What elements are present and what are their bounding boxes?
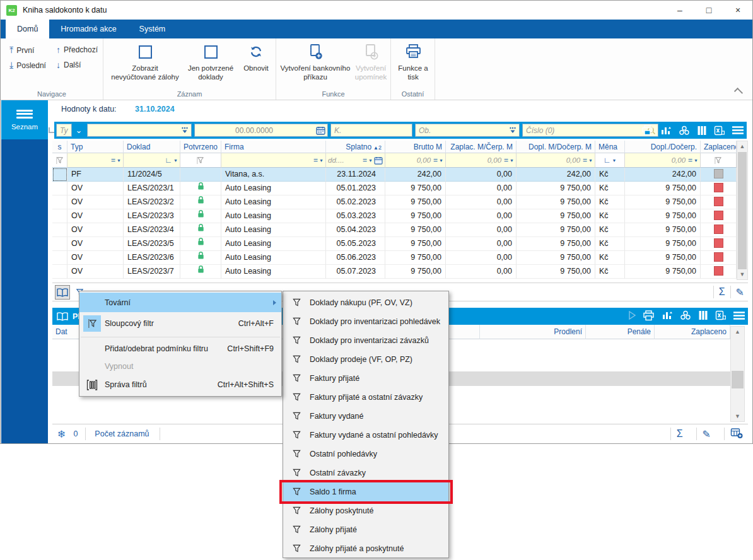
grid-menu-icon[interactable] — [733, 311, 745, 322]
show-unsettled-advances-button[interactable]: Zobrazit nevyúčtované zálohy — [110, 42, 180, 82]
sum-icon[interactable]: Σ — [677, 428, 683, 440]
cell-zaplaceno[interactable] — [701, 195, 737, 209]
cell-splatno[interactable]: 23.11.2024 — [326, 168, 385, 182]
cell-zaplaceno[interactable] — [701, 265, 737, 279]
functions-print-button[interactable]: Funkce a tisk — [393, 42, 433, 82]
cell-firma[interactable]: Auto Leasing — [221, 209, 326, 223]
cell-dopl-m[interactable]: 9 750,00 — [517, 265, 595, 279]
cell-firma[interactable]: Vitana, a.s. — [221, 168, 326, 182]
scrollbar-thumb[interactable] — [732, 371, 744, 388]
only-confirmed-docs-button[interactable]: Jen potvrzené doklady — [182, 42, 240, 82]
cell-potvrzeno[interactable] — [180, 265, 221, 279]
submenu-item-faktury-p-ijat-a-ostatn-z-vazky[interactable]: Faktury přijaté a ostatní závazky — [283, 388, 448, 407]
olap-cube-icon[interactable] — [680, 310, 691, 322]
columns-icon[interactable] — [698, 310, 708, 322]
cell-brutto[interactable]: 242,00 — [385, 168, 446, 182]
cell-mena[interactable]: Kč — [595, 195, 625, 209]
tab-hromadne-akce[interactable]: Hromadné akce — [49, 20, 127, 38]
cell-potvrzeno[interactable] — [180, 251, 221, 265]
cell-s[interactable] — [52, 195, 67, 209]
cell-typ[interactable]: OV — [67, 209, 124, 223]
cell-zaplaceno[interactable] — [701, 237, 737, 251]
cell-s[interactable] — [52, 209, 67, 223]
date-value[interactable]: 31.10.2024 — [135, 105, 175, 114]
scroll-up-icon[interactable]: ▲ — [737, 141, 747, 151]
table-row[interactable]: OVLEAS/2023/5Auto Leasing05.05.20239 750… — [52, 237, 737, 251]
scroll-down-icon[interactable]: ▼ — [737, 269, 747, 279]
column-header-penale[interactable]: Penále — [586, 325, 655, 339]
sum-icon[interactable]: Σ — [719, 286, 725, 298]
cell-typ[interactable]: OV — [67, 195, 124, 209]
column-header-mena[interactable]: Měna — [595, 141, 625, 153]
cell-doklad[interactable]: LEAS/2023/2 — [124, 195, 180, 209]
submenu-item-z-lohy-poskytnut[interactable]: Zálohy poskytnuté — [283, 501, 448, 520]
scrollbar-thumb[interactable] — [738, 152, 747, 269]
cell-zaplaceno[interactable] — [701, 223, 737, 237]
cell-mena[interactable]: Kč — [595, 223, 625, 237]
cell-s[interactable] — [52, 182, 67, 195]
cell-firma[interactable]: Auto Leasing — [221, 195, 326, 209]
cell-s[interactable] — [52, 168, 67, 182]
filter-zaplaceno[interactable] — [701, 153, 737, 168]
submenu-item-faktury-vydan[interactable]: Faktury vydané — [283, 407, 448, 426]
sidebar-item-seznam[interactable]: Seznam — [1, 100, 48, 139]
cell-typ[interactable]: OV — [67, 265, 124, 279]
cell-splatno[interactable]: 05.05.2023 — [326, 237, 385, 251]
submenu-item-doklady-prodeje-vf-op-pz[interactable]: Doklady prodeje (VF, OP, PZ) — [283, 350, 448, 369]
cell-brutto[interactable]: 9 750,00 — [385, 195, 446, 209]
number-search-input[interactable]: Číslo (0) — [522, 124, 658, 137]
cell-firma[interactable]: Auto Leasing — [221, 182, 326, 195]
cell-splatno[interactable]: 05.06.2023 — [326, 251, 385, 265]
cell-firma[interactable]: Auto Leasing — [221, 223, 326, 237]
nav-last-button[interactable]: ⤓Poslední — [9, 60, 46, 71]
cell-splatno[interactable]: 05.03.2023 — [326, 209, 385, 223]
column-header-firma[interactable]: Firma — [221, 141, 326, 153]
cell-mena[interactable]: Kč — [595, 251, 625, 265]
cell-zaplac-m[interactable]: 0,00 — [446, 265, 517, 279]
table-row[interactable]: PF11/2024/5Vitana, a.s.23.11.2024242,000… — [52, 168, 737, 182]
nav-next-button[interactable]: ↓Další — [56, 60, 81, 70]
collapse-ribbon-chevron-icon[interactable] — [734, 88, 743, 96]
cell-zaplac-m[interactable]: 0,00 — [446, 251, 517, 265]
nav-previous-button[interactable]: ↑Předchozí — [56, 45, 98, 55]
filter-dopl[interactable]: 0,00=▼ — [625, 153, 701, 168]
submenu-item-faktury-p-ijat[interactable]: Faktury přijaté — [283, 369, 448, 388]
column-header-dopl[interactable]: Dopl./Dočerp. — [625, 141, 701, 153]
submenu-item-doklady-n-kupu-pf-ov-vz[interactable]: Doklady nákupu (PF, OV, VZ) — [283, 293, 448, 312]
cell-s[interactable] — [52, 223, 67, 237]
column-header-dopl-m[interactable]: Dopl. M/Dočerp. M — [517, 141, 595, 153]
refresh-button[interactable]: Obnovit — [240, 42, 272, 73]
filter-dopl-m[interactable]: 0,00=▼ — [517, 153, 595, 168]
add-table-icon[interactable] — [730, 428, 743, 441]
cell-firma[interactable]: Auto Leasing — [221, 237, 326, 251]
cell-splatno[interactable]: 05.02.2023 — [326, 195, 385, 209]
cell-dopl[interactable]: 9 750,00 — [625, 251, 701, 265]
scroll-down-icon[interactable]: ▼ — [731, 411, 744, 421]
cell-typ[interactable]: PF — [67, 168, 124, 182]
edit-pencil-icon[interactable]: ✎ — [703, 428, 711, 440]
filter-zaplac-m[interactable]: 0,00=▼ — [446, 153, 517, 168]
cell-doklad[interactable]: LEAS/2023/3 — [124, 209, 180, 223]
cell-brutto[interactable]: 9 750,00 — [385, 209, 446, 223]
submenu-item-ostatn-pohled-vky[interactable]: Ostatní pohledávky — [283, 445, 448, 464]
cell-typ[interactable]: OV — [67, 251, 124, 265]
cell-zaplaceno[interactable] — [701, 251, 737, 265]
column-header-brutto[interactable]: Brutto M — [385, 141, 446, 153]
chart-icon[interactable] — [660, 125, 672, 136]
date-filter-input[interactable]: 00.00.0000 — [194, 124, 328, 137]
cell-dopl-m[interactable]: 9 750,00 — [517, 182, 595, 195]
cell-splatno[interactable]: 05.01.2023 — [326, 182, 385, 195]
excel-export-icon[interactable] — [714, 125, 725, 136]
list-dropdown-icon[interactable] — [508, 127, 517, 134]
cell-mena[interactable]: Kč — [595, 237, 625, 251]
cell-mena[interactable]: Kč — [595, 265, 625, 279]
table-row[interactable]: OVLEAS/2023/2Auto Leasing05.02.20239 750… — [52, 195, 737, 209]
column-header-zaplac-m[interactable]: Zaplac. M/Čerp. M — [446, 141, 517, 153]
cell-brutto[interactable]: 9 750,00 — [385, 237, 446, 251]
cell-firma[interactable]: Auto Leasing — [221, 251, 326, 265]
submenu-item-saldo-1-firma[interactable]: Saldo 1 firma — [283, 482, 448, 501]
submenu-item-ostatn-z-vazky[interactable]: Ostatní závazky — [283, 464, 448, 482]
cell-typ[interactable]: OV — [67, 223, 124, 237]
submenu-item-doklady-pro-inventarizaci-z-vazk[interactable]: Doklady pro inventarizaci závazků — [283, 331, 448, 350]
cell-zaplac-m[interactable]: 0,00 — [446, 168, 517, 182]
